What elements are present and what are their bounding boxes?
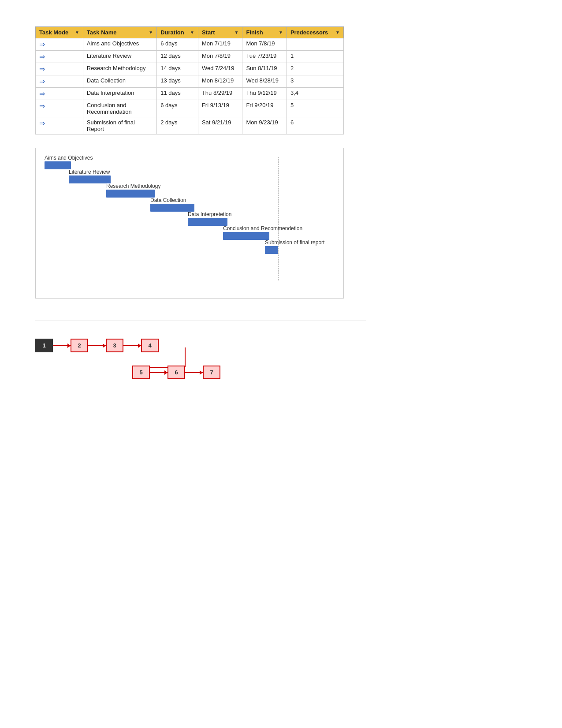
task-mode-cell: ⇒ [36, 51, 83, 63]
duration-cell: 14 days [157, 63, 198, 75]
task-mode-cell: ⇒ [36, 63, 83, 75]
task-mode-icon: ⇒ [39, 90, 45, 97]
gantt-bar [265, 246, 278, 254]
task-name-cell: Submission of final Report [83, 117, 156, 134]
finish-cell: Mon 9/23/19 [242, 117, 287, 134]
task-mode-cell: ⇒ [36, 38, 83, 51]
gantt-bar [188, 218, 227, 226]
start-cell: Mon 8/12/19 [198, 75, 242, 88]
header-start[interactable]: Start ▼ [198, 27, 242, 38]
task-mode-cell: ⇒ [36, 75, 83, 88]
table-row: ⇒Research Methodology14 daysWed 7/24/19S… [36, 63, 344, 75]
duration-cell: 6 days [157, 100, 198, 117]
task-mode-cell: ⇒ [36, 88, 83, 100]
start-cell: Mon 7/8/19 [198, 51, 242, 63]
duration-cell: 6 days [157, 38, 198, 51]
predecessors-cell [287, 38, 343, 51]
start-cell: Sat 9/21/19 [198, 117, 242, 134]
task-name-cell: Aims and Objectives [83, 38, 156, 51]
gantt-bar-label: Data Collection [150, 197, 186, 203]
gantt-bar [45, 161, 71, 169]
duration-cell: 13 days [157, 75, 198, 88]
start-cell: Fri 9/13/19 [198, 100, 242, 117]
network-diagram: 1 2 3 4 [35, 321, 366, 392]
start-cell: Thu 8/29/19 [198, 88, 242, 100]
dashed-line [278, 157, 279, 280]
task-name-cell: Research Methodology [83, 63, 156, 75]
header-task-mode[interactable]: Task Mode ▼ [36, 27, 83, 38]
finish-cell: Tue 7/23/19 [242, 51, 287, 63]
task-mode-icon: ⇒ [39, 102, 45, 110]
task-mode-icon: ⇒ [39, 41, 45, 48]
task-name-cell: Literature Review [83, 51, 156, 63]
gantt-bar-label: Submission of final report [265, 239, 324, 246]
predecessors-cell: 3 [287, 75, 343, 88]
task-name-cell: Data Interpretation [83, 88, 156, 100]
table-row: ⇒Aims and Objectives6 daysMon 7/1/19Mon … [36, 38, 344, 51]
task-mode-icon: ⇒ [39, 78, 45, 85]
predecessors-cell: 6 [287, 117, 343, 134]
finish-cell: Thu 9/12/19 [242, 88, 287, 100]
gantt-table: Task Mode ▼ Task Name ▼ Duration ▼ [35, 26, 344, 134]
gantt-chart-container: Aims and ObjectivesLiterature ReviewRese… [35, 148, 344, 299]
task-name-dropdown-icon[interactable]: ▼ [149, 30, 153, 35]
duration-dropdown-icon[interactable]: ▼ [190, 30, 194, 35]
task-mode-icon: ⇒ [39, 119, 45, 127]
net-box-6: 6 [167, 366, 185, 379]
task-mode-icon: ⇒ [39, 65, 45, 73]
gantt-bar-label: Conclusion and Recommendetion [223, 225, 302, 231]
duration-cell: 12 days [157, 51, 198, 63]
table-row: ⇒Literature Review12 daysMon 7/8/19Tue 7… [36, 51, 344, 63]
header-predecessors[interactable]: Predecessors ▼ [287, 27, 343, 38]
predecessors-dropdown-icon[interactable]: ▼ [335, 30, 340, 35]
task-mode-icon: ⇒ [39, 53, 45, 60]
net-box-7: 7 [203, 366, 220, 379]
table-row: ⇒Conclusion and Recommendation6 daysFri … [36, 100, 344, 117]
net-box-2: 2 [71, 339, 88, 352]
predecessors-cell: 5 [287, 100, 343, 117]
start-cell: Wed 7/24/19 [198, 63, 242, 75]
start-cell: Mon 7/1/19 [198, 38, 242, 51]
gantt-bar-label: Aims and Objectives [45, 155, 93, 161]
network-row-top: 1 2 3 4 [35, 339, 366, 352]
table-row: ⇒Data Collection13 daysMon 8/12/19Wed 8/… [36, 75, 344, 88]
gantt-bar [150, 204, 194, 212]
table-row: ⇒Data Interpretation11 daysThu 8/29/19Th… [36, 88, 344, 100]
net-box-5: 5 [132, 366, 150, 379]
gantt-chart: Aims and ObjectivesLiterature ReviewRese… [45, 157, 331, 289]
gantt-bar [69, 175, 111, 183]
gantt-bar-label: Research Methodology [106, 183, 160, 189]
duration-cell: 11 days [157, 88, 198, 100]
header-duration[interactable]: Duration ▼ [157, 27, 198, 38]
finish-dropdown-icon[interactable]: ▼ [279, 30, 283, 35]
predecessors-cell: 1 [287, 51, 343, 63]
table-row: ⇒Submission of final Report2 daysSat 9/2… [36, 117, 344, 134]
header-finish[interactable]: Finish ▼ [242, 27, 287, 38]
task-mode-cell: ⇒ [36, 100, 83, 117]
finish-cell: Sun 8/11/19 [242, 63, 287, 75]
net-box-1: 1 [35, 339, 53, 352]
finish-cell: Fri 9/20/19 [242, 100, 287, 117]
finish-cell: Wed 8/28/19 [242, 75, 287, 88]
task-name-cell: Data Collection [83, 75, 156, 88]
task-mode-dropdown-icon[interactable]: ▼ [75, 30, 79, 35]
network-row-bottom: 5 6 7 [35, 366, 366, 379]
gantt-bar [106, 190, 155, 198]
duration-cell: 2 days [157, 117, 198, 134]
predecessors-cell: 3,4 [287, 88, 343, 100]
net-box-3: 3 [106, 339, 123, 352]
task-mode-cell: ⇒ [36, 117, 83, 134]
network-rows: 1 2 3 4 [35, 334, 366, 379]
gantt-bar [223, 232, 269, 240]
task-name-cell: Conclusion and Recommendation [83, 100, 156, 117]
predecessors-cell: 2 [287, 63, 343, 75]
gantt-bar-label: Literature Review [69, 169, 110, 175]
net-box-4: 4 [141, 339, 159, 352]
gantt-bar-label: Data Interpretetion [188, 211, 231, 217]
finish-cell: Mon 7/8/19 [242, 38, 287, 51]
start-dropdown-icon[interactable]: ▼ [234, 30, 239, 35]
header-task-name[interactable]: Task Name ▼ [83, 27, 156, 38]
